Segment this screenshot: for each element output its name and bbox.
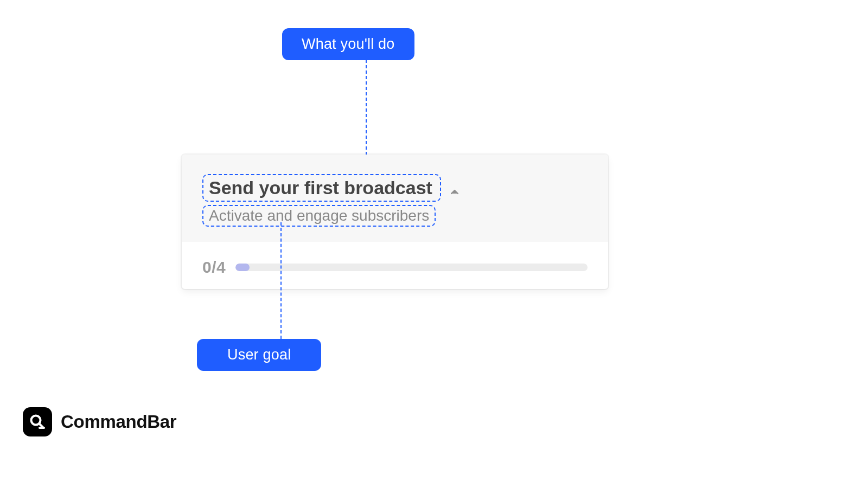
annotation-user-goal: User goal (197, 339, 321, 371)
connector-bottom (280, 222, 282, 339)
progress-counter: 0/4 (202, 258, 226, 277)
brand-lockup: CommandBar (23, 407, 176, 436)
highlight-box-title: Send your first broadcast (202, 174, 441, 202)
annotation-bottom-label: User goal (227, 346, 291, 363)
annotation-top-label: What you'll do (302, 36, 395, 52)
progress-bar-fill (235, 264, 250, 271)
progress-bar (235, 264, 588, 271)
commandbar-logo-icon (23, 407, 52, 436)
onboarding-card: Send your first broadcast Activate and e… (182, 155, 608, 289)
caret-up-icon[interactable] (451, 187, 458, 197)
brand-name: CommandBar (61, 412, 176, 432)
card-subtitle: Activate and engage subscribers (209, 207, 429, 224)
progress-row: 0/4 (182, 242, 608, 277)
card-title: Send your first broadcast (209, 177, 432, 198)
card-header: Send your first broadcast Activate and e… (182, 155, 608, 242)
highlight-box-subtitle: Activate and engage subscribers (202, 205, 436, 227)
annotation-what-youll-do: What you'll do (282, 28, 414, 60)
